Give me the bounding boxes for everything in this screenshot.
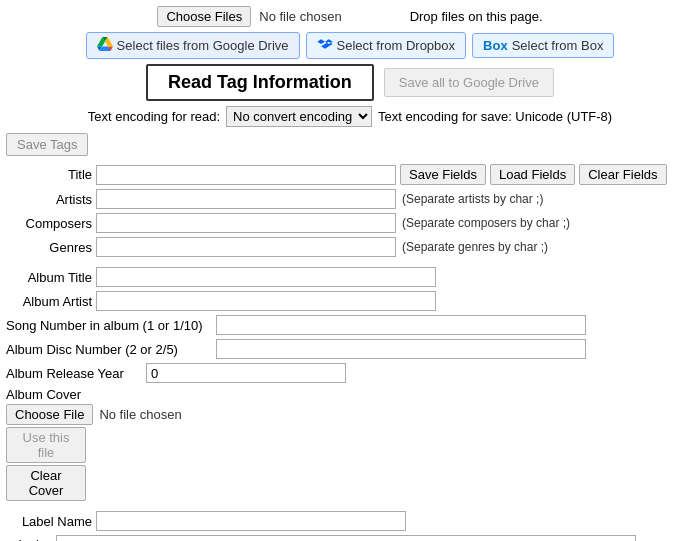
save-all-google-drive-button: Save all to Google Drive — [384, 68, 554, 97]
title-label: Title — [6, 167, 96, 182]
song-number-input[interactable] — [216, 315, 586, 335]
save-tags-button[interactable]: Save Tags — [6, 133, 88, 156]
album-disc-row: Album Disc Number (2 or 2/5) — [6, 339, 694, 359]
composers-label: Composers — [6, 216, 96, 231]
song-number-label: Song Number in album (1 or 1/10) — [6, 318, 216, 333]
use-this-file-button[interactable]: Use this file — [6, 427, 86, 463]
album-release-year-row: Album Release Year — [6, 363, 694, 383]
label-name-label: Label Name — [6, 514, 96, 529]
title-input[interactable] — [96, 165, 396, 185]
album-cover-label: Album Cover — [6, 387, 694, 402]
choose-files-button[interactable]: Choose Files — [157, 6, 251, 27]
song-number-row: Song Number in album (1 or 1/10) — [6, 315, 694, 335]
save-fields-button[interactable]: Save Fields — [400, 164, 486, 185]
google-drive-label: Select files from Google Drive — [117, 38, 289, 53]
album-title-input[interactable] — [96, 267, 436, 287]
artists-input[interactable] — [96, 189, 396, 209]
no-file-chosen-label: No file chosen — [259, 9, 341, 24]
drop-text-label: Drop files on this page. — [410, 9, 543, 24]
title-buttons: Save Fields Load Fields Clear Fields — [400, 164, 667, 185]
clear-cover-button[interactable]: Clear Cover — [6, 465, 86, 501]
composers-row: Composers (Separate composers by char ;) — [6, 213, 694, 233]
composers-input[interactable] — [96, 213, 396, 233]
encoding-select[interactable]: No convert encoding — [226, 106, 372, 127]
album-release-year-label: Album Release Year — [6, 366, 146, 381]
title-row: Title Save Fields Load Fields Clear Fiel… — [6, 164, 694, 185]
album-release-year-input[interactable] — [146, 363, 346, 383]
save-encoding-label: Text encoding for save: Unicode (UTF-8) — [378, 109, 612, 124]
encoding-row: Text encoding for read: No convert encod… — [6, 106, 694, 127]
lyrics-label: Lyrics — [6, 535, 56, 541]
album-cover-section: Album Cover Choose File No file chosen U… — [6, 387, 694, 501]
album-artist-row: Album Artist — [6, 291, 694, 311]
clear-fields-button[interactable]: Clear Fields — [579, 164, 666, 185]
read-encoding-label: Text encoding for read: — [88, 109, 220, 124]
choose-cover-button[interactable]: Choose File — [6, 404, 93, 425]
cover-file-row: Choose File No file chosen — [6, 404, 694, 425]
label-name-row: Label Name — [6, 511, 694, 531]
artists-row: Artists (Separate artists by char ;) — [6, 189, 694, 209]
artists-label: Artists — [6, 192, 96, 207]
genres-label: Genres — [6, 240, 96, 255]
service-buttons-row: Select files from Google Drive Select fr… — [6, 32, 694, 59]
load-fields-button[interactable]: Load Fields — [490, 164, 575, 185]
read-tag-button[interactable]: Read Tag Information — [146, 64, 374, 101]
no-cover-chosen-label: No file chosen — [99, 407, 181, 422]
dropbox-icon — [317, 37, 333, 54]
box-icon: Box — [483, 38, 508, 53]
genres-hint: (Separate genres by char ;) — [402, 240, 548, 254]
dropbox-label: Select from Dropbox — [337, 38, 456, 53]
album-disc-label: Album Disc Number (2 or 2/5) — [6, 342, 216, 357]
google-drive-button[interactable]: Select files from Google Drive — [86, 32, 300, 59]
file-chooser-row: Choose Files No file chosen Drop files o… — [6, 6, 694, 27]
artists-hint: (Separate artists by char ;) — [402, 192, 543, 206]
google-drive-icon — [97, 37, 113, 54]
album-disc-input[interactable] — [216, 339, 586, 359]
lyrics-section: Lyrics — [6, 535, 694, 541]
lyrics-textarea[interactable] — [56, 535, 636, 541]
album-title-row: Album Title — [6, 267, 694, 287]
genres-row: Genres (Separate genres by char ;) — [6, 237, 694, 257]
album-artist-label: Album Artist — [6, 294, 96, 309]
box-label: Select from Box — [512, 38, 604, 53]
genres-input[interactable] — [96, 237, 396, 257]
composers-hint: (Separate composers by char ;) — [402, 216, 570, 230]
dropbox-button[interactable]: Select from Dropbox — [306, 32, 467, 59]
save-tags-row: Save Tags — [6, 133, 694, 156]
box-button[interactable]: Box Select from Box — [472, 33, 614, 58]
album-title-label: Album Title — [6, 270, 96, 285]
label-name-input[interactable] — [96, 511, 406, 531]
read-tag-row: Read Tag Information Save all to Google … — [6, 64, 694, 101]
album-artist-input[interactable] — [96, 291, 436, 311]
